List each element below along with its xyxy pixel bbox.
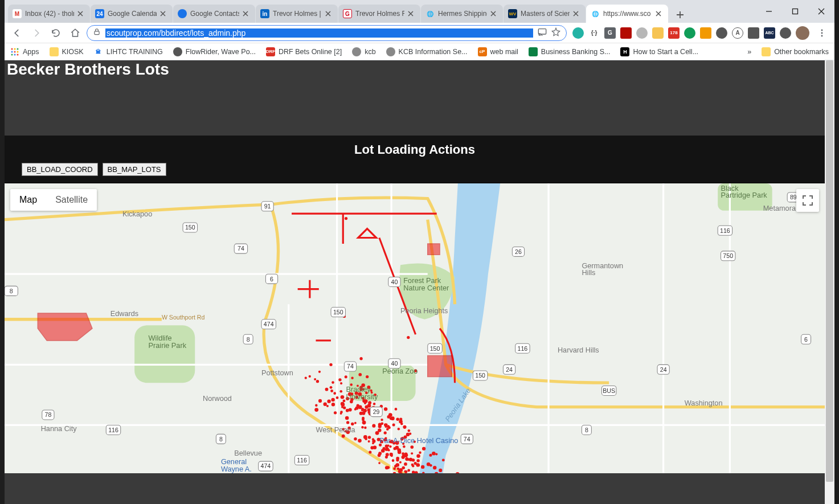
site-icon: DRF [266,47,275,56]
site-icon: cP [478,47,487,56]
svg-text:40: 40 [391,360,398,367]
ext-icon[interactable] [636,27,648,39]
ext-icon[interactable] [700,27,711,39]
bookmark-kcb-info[interactable]: KCB Information Se... [386,47,468,56]
lock-icon [93,28,101,38]
bookmarks-bar: Apps KIOSK 🏛LIHTC TRAINING FlowRider, Wa… [5,43,834,60]
other-bookmarks[interactable]: Other bookmarks [762,47,829,56]
ext-icon[interactable]: {·} [588,27,600,39]
svg-point-267 [394,447,396,450]
bookmark-webmail[interactable]: cPweb mail [478,47,518,56]
fullscreen-button[interactable] [796,189,819,212]
svg-point-272 [410,445,414,449]
bookmarks-overflow[interactable]: » [747,48,751,56]
ext-icon[interactable] [652,27,664,39]
close-icon[interactable] [243,10,251,18]
star-icon[interactable] [551,27,560,38]
folder-icon [762,47,771,56]
svg-point-278 [327,399,330,403]
globe-icon: 🌐 [591,9,600,18]
svg-point-207 [309,375,311,378]
ext-pdf-icon[interactable] [620,27,632,39]
svg-point-153 [346,421,349,424]
ext-icon[interactable] [716,27,727,39]
apps-icon [10,47,19,56]
tab-calendar[interactable]: 24 Google Calendar [91,5,173,23]
close-icon[interactable] [408,10,416,18]
ext-badge-icon[interactable]: 178 [668,27,680,39]
scrollbar[interactable] [825,60,834,504]
map-canvas[interactable]: Map Satellite [5,183,825,473]
globe-icon: 🌐 [425,9,435,18]
apps-button[interactable]: Apps [10,47,39,56]
ext-icon[interactable]: G [604,27,616,39]
close-window-button[interactable] [808,2,834,21]
svg-text:24: 24 [506,366,513,373]
bookmark-kiosk[interactable]: KIOSK [50,47,84,56]
close-icon[interactable] [77,10,85,18]
svg-point-11 [17,51,19,52]
close-icon[interactable] [573,10,581,18]
reload-button[interactable] [48,25,64,41]
tab-scoutprop[interactable]: 🌐 https://www.sco [586,5,668,23]
tab-linkedin[interactable]: in Trevor Holmes | L [256,5,338,23]
new-tab-button[interactable] [672,7,688,23]
calendar-icon: 24 [95,9,104,18]
forward-button[interactable] [28,25,44,41]
svg-point-105 [407,469,410,472]
svg-point-247 [349,408,352,411]
close-icon[interactable] [160,10,168,18]
bookmark-kcb[interactable]: kcb [352,47,375,56]
tab-trevor-f[interactable]: G Trevor Holmes F [338,5,420,23]
ext-icon[interactable] [684,27,695,39]
avatar-icon[interactable] [796,26,809,40]
tab-hermes[interactable]: 🌐 Hermes Shipping [421,5,503,23]
cast-icon[interactable] [538,28,547,38]
svg-point-37 [331,398,334,401]
bookmark-howto[interactable]: HHow to Start a Cell... [620,47,698,56]
tab-inbox[interactable]: M Inbox (42) - tholm [8,5,90,23]
ext-icon[interactable] [572,27,584,39]
url-toolbar: scoutprop.com/bbdirect/lots_admin.php {·… [5,23,834,43]
bookmark-lihtc[interactable]: 🏛LIHTC TRAINING [94,47,163,56]
map-type-map[interactable]: Map [10,189,46,211]
maximize-button[interactable] [782,2,808,21]
tab-contacts[interactable]: Google Contacts [173,5,255,23]
address-bar[interactable]: scoutprop.com/bbdirect/lots_admin.php [87,25,567,41]
back-button[interactable] [9,25,25,41]
ext-icon[interactable]: A [732,27,743,39]
map-lots-button[interactable]: BB_MAP_LOTS [103,163,166,176]
ext-icon[interactable] [748,27,759,39]
minimize-button[interactable] [756,2,782,21]
scrollbar-thumb[interactable] [826,60,833,482]
bookmark-flowrider[interactable]: FlowRider, Wave Po... [173,47,256,56]
map-type-satellite[interactable]: Satellite [46,189,97,211]
bookmark-banking[interactable]: Business Banking S... [529,47,611,56]
svg-point-22 [338,378,341,381]
svg-point-224 [399,418,402,421]
bookmark-label: kcb [365,48,375,56]
map-svg: 8 150 74 91 474 6 150 40 40 74 150 150 2… [5,183,825,473]
ext-icon[interactable]: ABC [764,27,775,39]
svg-point-156 [404,470,407,473]
site-icon [529,47,538,56]
page-viewport: Becker Brothers Lots Lot Loading Actions… [5,60,834,504]
svg-point-14 [17,54,19,55]
browser-chrome: M Inbox (42) - tholm 24 Google Calendar … [5,0,834,504]
tab-wvu[interactable]: WV Masters of Scien [504,5,586,23]
menu-button[interactable] [814,25,830,41]
ext-icon[interactable] [780,27,791,39]
svg-text:89: 89 [790,194,797,200]
close-icon[interactable] [656,10,664,18]
close-icon[interactable] [490,10,498,18]
bookmark-label: web mail [490,48,518,56]
svg-point-148 [380,419,383,421]
svg-text:74: 74 [464,436,470,442]
svg-point-59 [393,472,396,473]
svg-point-124 [305,377,307,379]
home-button[interactable] [67,25,83,41]
bookmark-drf[interactable]: DRFDRF Bets Online [2] [266,47,342,56]
load-coord-button[interactable]: BB_LOAD_COORD [22,163,98,176]
close-icon[interactable] [325,10,333,18]
bookmark-label: KCB Information Se... [399,48,468,56]
